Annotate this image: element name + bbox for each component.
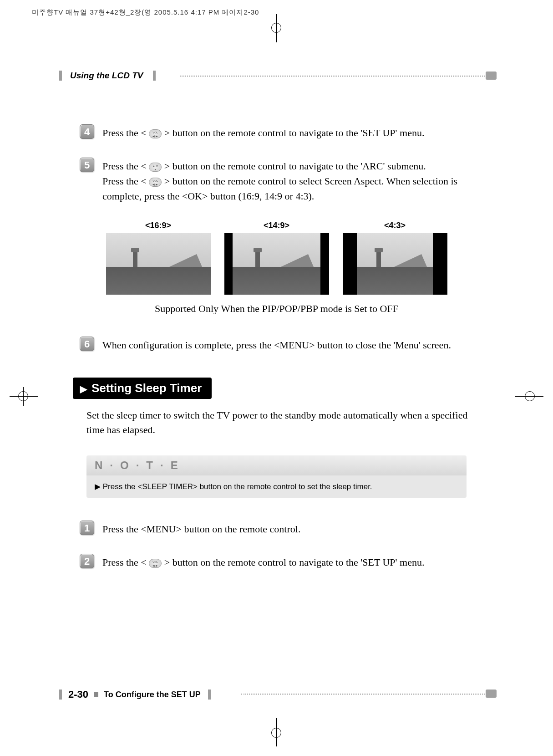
print-meta-line: 미주향TV 매뉴얼 37형+42형_2장(영 2005.5.16 4:17 PM… — [32, 8, 259, 17]
footer-square-icon — [94, 692, 98, 697]
crop-mark-bottom — [271, 728, 281, 738]
crop-mark-left — [18, 391, 28, 401]
step-badge-4: 4 — [80, 124, 94, 139]
footer-tab-icon — [486, 690, 497, 698]
ch-button-icon — [149, 163, 162, 172]
step-st2-after: > button on the remote control to naviga… — [162, 557, 424, 568]
aspect-4-3: <4:3> — [343, 221, 447, 295]
vol-button-icon — [149, 178, 162, 187]
vol-button-icon — [149, 559, 162, 568]
chapter-title: Using the LCD TV — [70, 71, 143, 81]
page-footer: 2-30 To Configure the SET UP — [59, 689, 494, 701]
note-body: Press the <SLEEP TIMER> button on the re… — [86, 475, 467, 498]
step-badge-5: 5 — [80, 158, 94, 172]
footer-right-bar-icon — [208, 690, 211, 700]
header-right-bar-icon — [153, 71, 156, 81]
header-tab-icon — [486, 72, 497, 80]
vol-button-icon — [149, 129, 162, 138]
step-4-before: Press the < — [102, 127, 149, 138]
manual-page: 미주향TV 매뉴얼 37형+42형_2장(영 2005.5.16 4:17 PM… — [0, 0, 553, 756]
step-6: 6 When configuration is complete, press … — [59, 337, 494, 352]
aspect-ratio-row: <16:9> <14:9> <4:3> — [80, 221, 473, 295]
aspect-16-9: <16:9> — [106, 221, 211, 295]
note-head: N·O·T·E — [86, 455, 467, 475]
step-5-l1-before: Press the < — [102, 160, 149, 172]
step-st2-text: Press the < > button on the remote contr… — [102, 554, 424, 570]
step-4: 4 Press the < > button on the remote con… — [59, 124, 494, 140]
step-st-1: 1 Press the <MENU> button on the remote … — [59, 521, 494, 536]
step-st2-before: Press the < — [102, 557, 149, 568]
aspect-14-9: <14:9> — [224, 221, 329, 295]
aspect-image-169 — [106, 233, 211, 295]
note-box: N·O·T·E Press the <SLEEP TIMER> button o… — [86, 455, 467, 498]
footer-section-title: To Configure the SET UP — [104, 690, 201, 700]
sleep-timer-intro: Set the sleep timer to switch the TV pow… — [59, 408, 494, 437]
header-dotted-line — [180, 76, 494, 77]
footer-left-bar-icon — [59, 690, 62, 700]
step-badge-st2: 2 — [80, 554, 94, 568]
chapter-header: Using the LCD TV — [59, 71, 494, 83]
step-5: 5 Press the < > button on the remote con… — [59, 158, 494, 204]
pip-support-note: Supported Only When the PIP/POP/PBP mode… — [59, 303, 494, 315]
aspect-image-43 — [343, 233, 447, 295]
crop-mark-top — [271, 23, 281, 33]
aspect-label-43: <4:3> — [343, 221, 447, 230]
footer-page-number: 2-30 — [68, 689, 88, 700]
crop-mark-right — [525, 391, 535, 401]
step-5-text: Press the < > button on the remote contr… — [102, 158, 494, 204]
step-4-after: > button on the remote control to naviga… — [162, 127, 424, 138]
aspect-image-149 — [224, 233, 329, 295]
aspect-label-169: <16:9> — [106, 221, 211, 230]
step-5-l1-after: > button on the remote control to naviga… — [162, 160, 426, 172]
footer-dotted-line — [241, 694, 494, 695]
step-badge-6: 6 — [80, 337, 94, 351]
section-heading-sleep-timer: Setting Sleep Timer — [73, 378, 212, 399]
content-area: Using the LCD TV 4 Press the < > button … — [59, 71, 494, 587]
step-4-text: Press the < > button on the remote contr… — [102, 124, 424, 140]
step-badge-st1: 1 — [80, 521, 94, 535]
step-5-l2-before: Press the < — [102, 175, 149, 187]
aspect-label-149: <14:9> — [224, 221, 329, 230]
step-6-text: When configuration is complete, press th… — [102, 337, 451, 352]
step-st1-text: Press the <MENU> button on the remote co… — [102, 521, 300, 536]
header-left-bar-icon — [59, 71, 62, 81]
step-st-2: 2 Press the < > button on the remote con… — [59, 554, 494, 570]
